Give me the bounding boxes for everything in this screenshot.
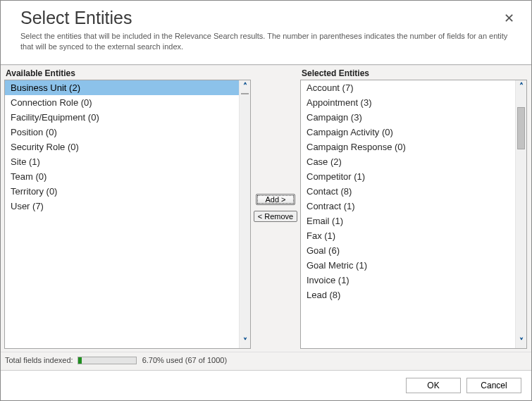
dialog-description: Select the entities that will be include… [20,31,512,53]
list-item[interactable]: Account (7) [301,80,515,95]
list-item[interactable]: Invoice (1) [301,273,515,288]
list-item[interactable]: Position (0) [5,125,239,140]
list-item[interactable]: Contact (8) [301,184,515,199]
status-bar: Total fields indexed: 6.70% used (67 of … [1,352,531,370]
list-item[interactable]: Site (1) [5,154,239,169]
list-item[interactable]: Fax (1) [301,228,515,243]
list-item[interactable]: Security Role (0) [5,140,239,154]
scroll-down-icon[interactable]: ˅ [243,335,247,348]
status-percent-text: 6.70% used (67 of 1000) [142,356,227,364]
available-entities-items: Business Unit (2)Connection Role (0)Faci… [5,80,239,348]
list-item[interactable]: User (7) [5,199,239,214]
cancel-button[interactable]: Cancel [466,378,521,393]
progress-fill [78,357,82,364]
list-item[interactable]: Goal Metric (1) [301,258,515,273]
transfer-buttons: Add > < Remove [251,66,300,352]
scroll-up-icon[interactable]: ˄ [243,80,247,93]
available-entities-list[interactable]: Business Unit (2)Connection Role (0)Faci… [4,80,251,349]
indexed-progress [78,357,137,364]
list-item[interactable]: Business Unit (2) [5,80,239,95]
remove-button[interactable]: < Remove [254,211,297,222]
dialog-title: Select Entities [20,8,512,28]
list-item[interactable]: Campaign Response (0) [301,140,515,154]
scroll-track[interactable] [516,93,526,335]
status-label: Total fields indexed: [5,356,73,364]
available-column: Available Entities Business Unit (2)Conn… [1,66,251,352]
selected-entities-label: Selected Entities [300,67,527,80]
list-item[interactable]: Contract (1) [301,199,515,214]
close-icon[interactable]: ✕ [504,11,514,26]
scroll-thumb[interactable] [517,107,525,149]
list-item[interactable]: Campaign Activity (0) [301,125,515,140]
available-entities-label: Available Entities [4,67,251,80]
selected-scrollbar[interactable]: ˄ ˅ [515,80,526,348]
add-button[interactable]: Add > [256,194,295,205]
list-item[interactable]: Goal (6) [301,243,515,258]
scroll-thumb[interactable] [241,93,249,94]
list-item[interactable]: Team (0) [5,169,239,184]
list-item[interactable]: Lead (8) [301,288,515,302]
list-item[interactable]: Campaign (3) [301,110,515,125]
selected-column: Selected Entities Account (7)Appointment… [300,66,531,352]
list-item[interactable]: Territory (0) [5,184,239,199]
selected-entities-list[interactable]: Account (7)Appointment (3)Campaign (3)Ca… [300,80,527,349]
scroll-track[interactable] [240,93,250,335]
list-item[interactable]: Email (1) [301,214,515,228]
available-scrollbar[interactable]: ˄ ˅ [239,80,250,348]
dialog-body: Available Entities Business Unit (2)Conn… [1,65,531,352]
list-item[interactable]: Facility/Equipment (0) [5,110,239,125]
dialog-header: Select Entities Select the entities that… [1,1,531,57]
select-entities-dialog: ✕ Select Entities Select the entities th… [0,0,532,401]
list-item[interactable]: Competitor (1) [301,169,515,184]
scroll-up-icon[interactable]: ˄ [519,80,524,93]
ok-button[interactable]: OK [406,378,461,393]
list-item[interactable]: Connection Role (0) [5,95,239,110]
selected-entities-items: Account (7)Appointment (3)Campaign (3)Ca… [301,80,515,348]
list-item[interactable]: Appointment (3) [301,95,515,110]
dialog-footer: OK Cancel [1,370,531,400]
list-item[interactable]: Case (2) [301,154,515,169]
scroll-down-icon[interactable]: ˅ [519,335,524,348]
